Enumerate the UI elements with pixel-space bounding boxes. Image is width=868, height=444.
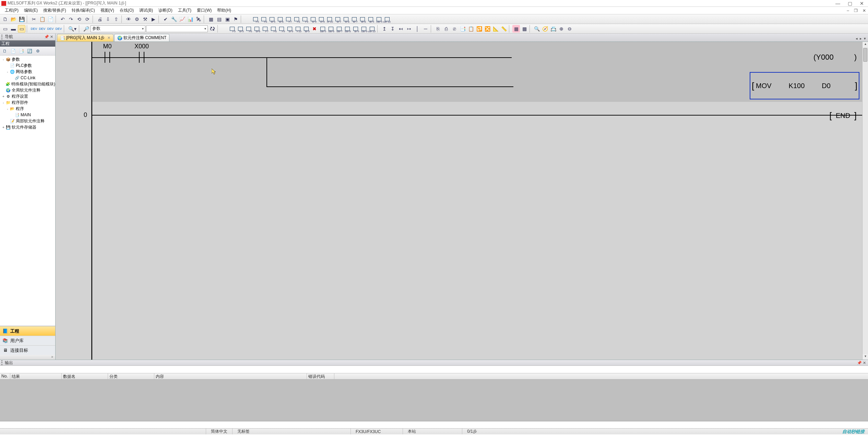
tab-close-icon[interactable]: ✕ [107,36,110,40]
parameter-combo[interactable]: 参数 [91,25,145,32]
misc-9-icon[interactable]: 📏 [500,25,508,33]
ladder-sf6-icon[interactable]: sF6 [276,15,284,23]
ladder-sf8-icon[interactable]: sF8 [342,15,350,23]
misc-5-icon[interactable]: 📋 [467,25,475,33]
symbol-b-button[interactable]: ▬ [10,25,17,33]
output-column-header[interactable]: 数据名 [62,373,108,379]
ladder-cf9-icon[interactable]: cF9 [318,15,325,23]
dev1-button[interactable]: DEV [30,25,38,33]
ladder-sf9-icon[interactable]: sF9 [309,15,317,23]
tab-list-icon[interactable]: ▾ [864,36,866,41]
save-button[interactable]: 💾 [18,15,25,23]
contact-m0[interactable]: M0 [105,52,110,63]
symbol-a-button[interactable]: ▭ [1,25,9,33]
back-button[interactable]: ⟲ [75,15,83,23]
misc-1-icon[interactable]: ⎘ [434,25,442,33]
ladder-af8-icon[interactable]: aF8 [359,15,366,23]
window-cascade-button[interactable]: ▤ [215,15,223,23]
nav-tb-5-icon[interactable]: ⚙ [34,48,41,55]
menu-compile[interactable]: 转换/编译(C) [69,7,98,14]
expand-icon[interactable]: - [1,101,5,105]
nav-tb-3-icon[interactable]: 📑 [18,48,25,55]
misc-7-icon[interactable]: 🔀 [484,25,491,33]
menu-window[interactable]: 窗口(W) [194,7,214,14]
nav-expand-row[interactable]: » [0,355,55,360]
write-plc-button[interactable]: ⇧ [112,15,120,23]
output-close-icon[interactable]: ✕ [862,361,867,365]
tree-node[interactable]: 📝局部软元件注释 [0,118,55,124]
coil-y000[interactable]: (Y000) [813,53,857,62]
edit-delete-icon[interactable]: ✖ [311,25,318,33]
zoom-out-icon[interactable]: ⊖ [566,25,573,33]
pin-icon[interactable]: 📌 [44,35,49,39]
ladder-f5-icon[interactable]: F5 [252,15,259,23]
edit-f9-icon[interactable]: F9 [278,25,285,33]
ladder-caf5-icon[interactable]: caF5 [375,15,383,23]
nav-category[interactable]: 📚用户库 [0,336,55,345]
ladder-f8-icon[interactable]: F8 [293,15,300,23]
expand-icon[interactable]: - [1,58,5,61]
find-device-icon[interactable]: 🔍 [533,25,540,33]
device-combo[interactable] [146,25,208,32]
edit-saf7-icon[interactable]: saF7 [335,25,343,33]
build-all-button[interactable]: ⚒ [141,15,149,23]
misc-8-icon[interactable]: 📐 [492,25,499,33]
read-plc-button[interactable]: ⇩ [104,15,112,23]
nav-tb-2-icon[interactable]: 📄 [10,48,16,55]
menu-view[interactable]: 视图(V) [98,7,117,14]
ladder-f9-icon[interactable]: F9 [301,15,309,23]
edit-caf10-icon[interactable]: caF10 [368,25,376,33]
menu-find[interactable]: 搜索/替换(F) [40,7,69,14]
scroll-down-icon[interactable]: ▾ [863,354,868,360]
tab-next-icon[interactable]: ▸ [860,36,862,41]
cross-ref-icon[interactable]: 🧭 [541,25,549,33]
edit-caf9-icon[interactable]: caF9 [360,25,368,33]
edit-sf6-icon[interactable]: sF6 [253,25,261,33]
ladder-sf5-icon[interactable]: sF5 [268,15,276,23]
menu-diagnostic[interactable]: 诊断(D) [156,7,175,14]
vertical-scrollbar[interactable]: ▴ ▾ [862,42,868,360]
edit-af9-icon[interactable]: aF9 [352,25,359,33]
mdi-close-button[interactable]: ✕ [863,8,866,13]
dev2-button[interactable]: DEV [38,25,46,33]
menu-project[interactable]: 工程(P) [2,7,21,14]
vline-icon[interactable]: │ [414,25,421,33]
find-button[interactable]: 🔎 [82,25,90,33]
view-2-icon[interactable]: ▩ [521,25,528,33]
misc-4-icon[interactable]: 📑 [459,25,466,33]
paste-button[interactable]: 📄 [47,15,54,23]
remote-button[interactable]: 🛰 [195,15,202,23]
ladder-af7-icon[interactable]: aF7 [350,15,358,23]
edit-sf5-icon[interactable]: sF5 [237,25,244,33]
instruction-box[interactable]: MOV K100 D0 [750,72,859,99]
window-tile-button[interactable]: ▦ [207,15,215,23]
tree-node[interactable]: 📄PLC参数 [0,62,55,69]
tree-node[interactable]: -📁程序部件 [0,99,55,106]
ladder-caf10-icon[interactable]: caF10 [383,15,391,23]
tree-node[interactable]: 🧩特殊模块(智能功能模块) [0,81,55,87]
zoom-fit-icon[interactable]: ⊕ [558,25,565,33]
device-list-icon[interactable]: 📇 [549,25,557,33]
device-button[interactable]: 🔧 [170,15,178,23]
line-down-icon[interactable]: ↧ [389,25,396,33]
output-column-header[interactable]: 分类 [108,373,154,379]
copy-button[interactable]: 📋 [38,15,46,23]
edit-sf9-icon[interactable]: sF9 [286,25,294,33]
line-up-icon[interactable]: ↥ [381,25,388,33]
tab-prev-icon[interactable]: ◂ [856,36,858,41]
grip-icon[interactable] [1,360,3,365]
ladder-sf7-icon[interactable]: sF7 [334,15,342,23]
tree-node[interactable]: -🌐网络参数 [0,69,55,75]
verify-button[interactable]: ✔ [162,15,169,23]
nav-category[interactable]: 📘工程 [0,326,55,336]
menu-edit[interactable]: 编辑(E) [21,7,40,14]
nav-tb-4-icon[interactable]: 🔄 [26,48,33,55]
ladder-af5-icon[interactable]: aF5 [367,15,374,23]
tree-node[interactable]: -📦参数 [0,56,55,62]
minimize-button[interactable]: — [835,1,840,6]
edit-saf5-icon[interactable]: saF5 [319,25,326,33]
output-column-header[interactable]: 内容 [154,373,307,379]
nav-close-icon[interactable]: ✕ [49,35,54,39]
output-column-header[interactable]: 错误代码 [307,373,334,379]
grip-icon[interactable] [1,35,3,39]
